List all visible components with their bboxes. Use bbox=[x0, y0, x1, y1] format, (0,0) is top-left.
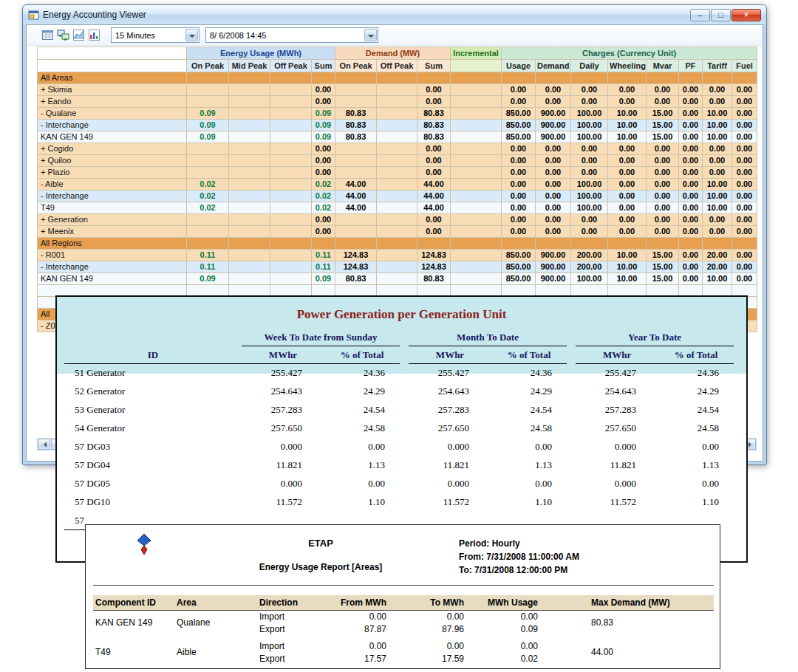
grid-row-label[interactable]: + Quiloo bbox=[38, 155, 187, 167]
maximize-button[interactable]: □ bbox=[711, 9, 731, 21]
grid-row[interactable]: - Interchange0.090.0980.8380.83850.00900… bbox=[38, 120, 757, 131]
grid-cell bbox=[451, 72, 502, 84]
close-button[interactable]: × bbox=[732, 9, 761, 21]
to-label: To: 7/31/2008 12:00:00 PM bbox=[459, 563, 579, 577]
grid-row-label[interactable]: + Eando bbox=[38, 96, 187, 108]
spacer bbox=[567, 346, 576, 364]
chevron-down-icon[interactable] bbox=[185, 29, 198, 41]
column-header[interactable]: On Peak bbox=[335, 60, 377, 72]
column-header[interactable]: Sum bbox=[417, 60, 451, 72]
column-header[interactable] bbox=[451, 60, 502, 72]
grid-row-label[interactable]: + Skimia bbox=[38, 84, 187, 96]
column-header[interactable] bbox=[38, 60, 187, 72]
grid-row[interactable]: All Regions bbox=[38, 238, 757, 250]
grid-row-label[interactable]: + Meenix bbox=[38, 226, 187, 238]
datetime-picker[interactable]: 8/ 6/2008 14:45 bbox=[205, 27, 378, 43]
grid-cell bbox=[229, 143, 270, 155]
grid-cell bbox=[451, 226, 502, 238]
grid-cell bbox=[335, 226, 377, 238]
column-header[interactable]: Mvar bbox=[647, 60, 679, 72]
grid-row-label[interactable]: - Interchange bbox=[38, 120, 187, 131]
transfer-icon[interactable] bbox=[57, 29, 70, 42]
column-group-header bbox=[38, 47, 187, 60]
spacer bbox=[567, 438, 576, 456]
column-header[interactable]: Fuel bbox=[732, 60, 757, 72]
grid-row[interactable]: KAN GEN 1490.090.0980.8380.83850.00900.0… bbox=[38, 131, 757, 143]
grid-cell: 0.00 bbox=[608, 202, 647, 214]
close-icon: × bbox=[743, 10, 748, 20]
percent-value: 0.00 bbox=[491, 438, 567, 456]
column-header[interactable]: Off Peak bbox=[270, 60, 312, 72]
grid-row[interactable]: + Generation0.000.000.000.000.000.000.00… bbox=[38, 214, 757, 226]
grid-row-label[interactable]: + Generation bbox=[38, 214, 187, 226]
grid-row[interactable]: T490.020.0244.0044.000.000.00100.000.000… bbox=[38, 202, 757, 214]
grid-cell: 0.02 bbox=[187, 179, 229, 191]
column-header: % of Total bbox=[491, 346, 567, 364]
column-header[interactable]: On Peak bbox=[187, 60, 229, 72]
grid-row-label[interactable]: + Cogido bbox=[38, 143, 187, 155]
grid-cell: 44.00 bbox=[417, 202, 451, 214]
bar-chart-icon[interactable] bbox=[88, 29, 101, 42]
grid-cell: 0.00 bbox=[732, 250, 757, 261]
titlebar[interactable]: Energy Accounting Viewer – □ × bbox=[23, 5, 766, 24]
column-group-header: Energy Usage (MWh) bbox=[187, 47, 335, 60]
grid-row-label[interactable]: - R001 bbox=[38, 250, 187, 261]
grid-row-label[interactable]: - Interchange bbox=[38, 261, 187, 273]
grid-report-icon[interactable] bbox=[41, 29, 55, 42]
grid-row-label[interactable]: - Aible bbox=[38, 179, 187, 191]
grid-cell bbox=[229, 108, 270, 120]
grid-cell: 0.00 bbox=[312, 226, 335, 238]
grid-row[interactable]: - Interchange0.020.0244.0044.000.000.001… bbox=[38, 191, 757, 202]
grid-cell bbox=[377, 155, 417, 167]
grid-cell: 0.00 bbox=[679, 179, 703, 191]
grid-cell bbox=[270, 202, 312, 214]
grid-cell bbox=[335, 84, 377, 96]
column-group-header: Year To Date bbox=[576, 326, 734, 346]
column-header[interactable]: Usage bbox=[502, 60, 536, 72]
grid-row-label[interactable]: T49 bbox=[38, 202, 187, 214]
column-header[interactable]: PF bbox=[679, 60, 703, 72]
column-header[interactable]: Wheeling bbox=[608, 60, 647, 72]
grid-row-label[interactable]: KAN GEN 149 bbox=[38, 273, 187, 285]
column-header[interactable]: Tariff bbox=[703, 60, 732, 72]
grid-cell: 200.00 bbox=[571, 250, 608, 261]
grid-row-label[interactable]: - Interchange bbox=[38, 191, 187, 202]
grid-cell: 0.00 bbox=[571, 167, 608, 179]
grid-row[interactable]: + Eando0.000.000.000.000.000.000.000.000… bbox=[38, 96, 757, 108]
grid-row-label[interactable]: - Qualane bbox=[38, 108, 187, 120]
grid-row-label[interactable]: + Plazio bbox=[38, 167, 187, 179]
grid-cell bbox=[270, 72, 312, 84]
scroll-left-button[interactable] bbox=[38, 439, 50, 450]
grid-row[interactable]: - Qualane0.090.0980.8380.83850.00900.001… bbox=[38, 108, 757, 120]
spacer bbox=[567, 364, 576, 383]
grid-row-label[interactable]: All Areas bbox=[38, 72, 187, 84]
grid-row[interactable]: + Cogido0.000.000.000.000.000.000.000.00… bbox=[38, 143, 757, 155]
grid-row[interactable]: - Aible0.020.0244.0044.000.000.00100.000… bbox=[38, 179, 757, 191]
column-header[interactable]: Demand bbox=[536, 60, 571, 72]
grid-cell: 0.00 bbox=[703, 143, 732, 155]
grid-row[interactable]: + Meenix0.000.000.000.000.000.000.000.00… bbox=[38, 226, 757, 238]
grid-row[interactable]: - Interchange0.110.11124.83124.83850.009… bbox=[38, 261, 757, 273]
grid-cell: 0.00 bbox=[732, 143, 757, 155]
grid-row[interactable]: + Skimia0.000.000.000.000.000.000.000.00… bbox=[38, 84, 757, 96]
grid-cell bbox=[187, 238, 229, 250]
line-chart-icon[interactable] bbox=[72, 29, 86, 42]
interval-select[interactable]: 15 Minutes bbox=[111, 27, 200, 43]
chevron-down-icon[interactable] bbox=[364, 29, 377, 41]
grid-row[interactable]: + Plazio0.000.000.000.000.000.000.000.00… bbox=[38, 167, 757, 179]
generator-id: 57 DG03 bbox=[64, 438, 242, 456]
column-header[interactable]: Daily bbox=[571, 60, 608, 72]
column-header[interactable]: Mid Peak bbox=[229, 60, 270, 72]
minimize-button[interactable]: – bbox=[690, 9, 710, 21]
grid-row[interactable]: + Quiloo0.000.000.000.000.000.000.000.00… bbox=[38, 155, 757, 167]
grid-row[interactable]: - R0010.110.11124.83124.83850.00900.0020… bbox=[38, 250, 757, 261]
grid-cell bbox=[229, 214, 270, 226]
column-header[interactable]: Sum bbox=[312, 60, 335, 72]
grid-row-label[interactable]: KAN GEN 149 bbox=[38, 131, 187, 143]
column-header[interactable]: Off Peak bbox=[377, 60, 417, 72]
grid-row-label[interactable]: All Regions bbox=[38, 238, 187, 250]
spacer bbox=[400, 401, 409, 419]
grid-cell bbox=[417, 238, 451, 250]
grid-row[interactable]: KAN GEN 1490.090.0980.8380.83850.00900.0… bbox=[38, 273, 757, 285]
grid-row[interactable]: All Areas bbox=[38, 72, 757, 84]
